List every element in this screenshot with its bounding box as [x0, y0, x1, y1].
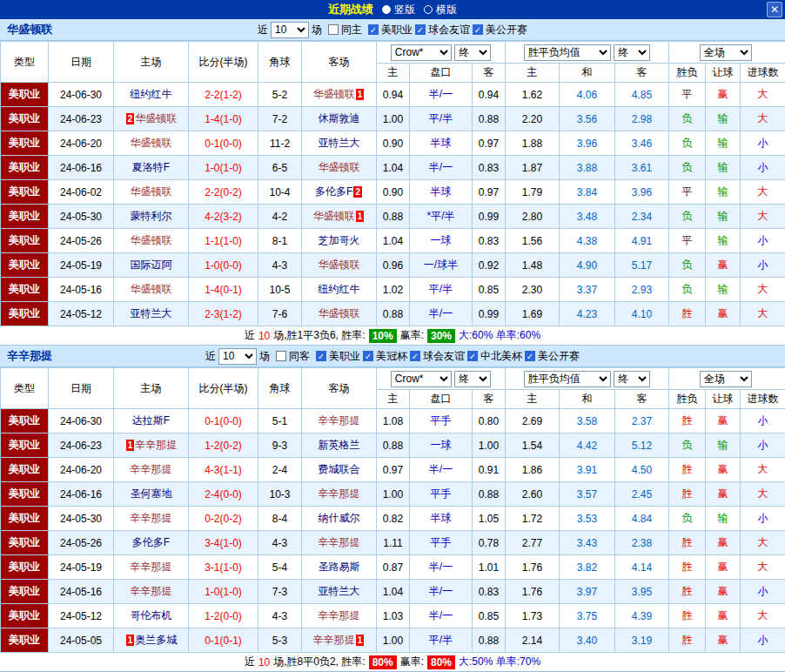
score-cell[interactable]: 0-1(0-0)	[189, 131, 258, 156]
team-name[interactable]: 华盛顿联	[319, 259, 360, 271]
same-side-checkbox[interactable]	[276, 351, 286, 361]
team-name[interactable]: 新英格兰	[319, 439, 360, 451]
bookmaker-select[interactable]: Crow*	[391, 44, 452, 61]
team-name[interactable]: 纽约红牛	[319, 283, 360, 295]
final-eu-odds-select[interactable]: 终	[614, 371, 650, 387]
team-name[interactable]: 辛辛那提	[131, 585, 172, 597]
eu-home-odds-cell: 1.76	[506, 580, 560, 604]
score-cell[interactable]: 0-1(0-1)	[189, 628, 258, 653]
league-checkbox[interactable]: ✓	[467, 351, 478, 361]
team-name[interactable]: 华盛顿联	[313, 210, 355, 222]
score-cell[interactable]: 1-0(1-0)	[189, 156, 258, 180]
team-name[interactable]: 辛辛那提	[319, 536, 360, 548]
section-team-name[interactable]: 辛辛那提	[7, 348, 52, 364]
team-name[interactable]: 辛辛那提	[319, 487, 360, 500]
team-name[interactable]: 纽约红牛	[131, 88, 172, 100]
team-name[interactable]: 华盛顿联	[313, 88, 355, 100]
team-name[interactable]: 国际迈阿	[131, 259, 172, 271]
section-footer: 近10场,胜1平3负6, 胜率:10%赢率:30%大:60% 单率:60%	[0, 326, 785, 346]
team-name[interactable]: 亚特兰大	[319, 137, 360, 149]
team-name[interactable]: 多伦多F	[315, 185, 352, 198]
team-name[interactable]: 华盛顿联	[131, 283, 172, 295]
team-name[interactable]: 华盛顿联	[131, 137, 172, 149]
date-cell: 24-06-30	[49, 409, 114, 433]
team-name[interactable]: 夏洛特F	[132, 161, 170, 173]
league-checkbox[interactable]: ✓	[316, 351, 326, 361]
match-count-select[interactable]: 10	[271, 22, 309, 38]
team-name[interactable]: 华盛顿联	[135, 112, 177, 124]
league-checkbox[interactable]: ✓	[368, 24, 379, 35]
asia-home-odds-cell: 0.90	[377, 131, 410, 156]
radio-vertical[interactable]: 竖版	[382, 3, 415, 17]
team-name[interactable]: 华盛顿联	[319, 161, 360, 173]
league-checkbox[interactable]: ✓	[363, 351, 373, 361]
score-cell[interactable]: 3-1(1-0)	[189, 555, 258, 580]
eu-draw-odds-cell: 3.57	[560, 482, 615, 507]
team-name[interactable]: 华盛顿联	[131, 185, 172, 198]
section-team-name[interactable]: 华盛顿联	[7, 22, 52, 37]
score-cell[interactable]: 2-2(1-2)	[189, 83, 258, 107]
same-side-checkbox[interactable]	[328, 24, 339, 35]
team-name[interactable]: 费城联合	[319, 463, 360, 475]
handicap-result-cell: 输	[706, 507, 741, 531]
team-name[interactable]: 多伦多F	[132, 536, 170, 548]
bookmaker-select[interactable]: Crow*	[391, 371, 452, 387]
team-name[interactable]: 亚特兰大	[131, 307, 172, 319]
avg-odds-select[interactable]: 胜平负均值	[524, 44, 611, 61]
asia-home-odds-cell: 1.02	[377, 278, 410, 302]
score-cell[interactable]: 0-2(0-2)	[189, 507, 258, 531]
score-cell[interactable]: 1-2(0-0)	[189, 604, 258, 628]
league-checkbox[interactable]: ✓	[415, 24, 426, 35]
league-checkbox[interactable]: ✓	[525, 351, 535, 361]
asia-away-odds-cell: 0.88	[473, 628, 506, 653]
score-cell[interactable]: 1-4(0-1)	[189, 278, 258, 302]
team-name[interactable]: 辛辛那提	[131, 512, 172, 524]
team-name[interactable]: 华盛顿联	[131, 234, 172, 246]
team-name[interactable]: 休斯敦迪	[319, 112, 360, 124]
team-name[interactable]: 辛辛那提	[319, 609, 360, 622]
match-count-select[interactable]: 10	[218, 348, 257, 365]
final-odds-select[interactable]: 终	[454, 371, 491, 387]
team-name[interactable]: 亚特兰大	[319, 585, 360, 597]
final-eu-odds-select[interactable]: 终	[614, 44, 650, 61]
team-name[interactable]: 辛辛那提	[313, 634, 355, 646]
score-cell[interactable]: 1-2(0-2)	[189, 433, 258, 458]
close-button[interactable]: ✕	[767, 2, 782, 17]
scope-select[interactable]: 全场	[700, 44, 752, 61]
team-name[interactable]: 纳什威尔	[319, 512, 360, 524]
team-name[interactable]: 辛辛那提	[131, 463, 172, 475]
team-name[interactable]: 辛辛那提	[131, 561, 172, 573]
score-cell[interactable]: 1-1(1-0)	[189, 229, 258, 253]
score-cell[interactable]: 2-3(1-2)	[189, 302, 258, 326]
team-name[interactable]: 哥伦布机	[131, 609, 172, 622]
score-cell[interactable]: 1-0(0-0)	[189, 253, 258, 278]
final-odds-select[interactable]: 终	[454, 44, 491, 61]
score-cell[interactable]: 1-0(1-0)	[189, 580, 258, 604]
score-cell[interactable]: 0-1(0-0)	[189, 409, 258, 433]
table-row: 美职业24-06-02华盛顿联2-2(0-2)10-4多伦多F20.90半球0.…	[1, 180, 785, 205]
league-checkbox[interactable]: ✓	[473, 24, 483, 35]
eu-away-odds-cell: 2.45	[615, 482, 669, 507]
team-name[interactable]: 辛辛那提	[135, 439, 177, 451]
team-name[interactable]: 圣路易斯	[319, 561, 360, 573]
column-header: 类型	[1, 368, 49, 409]
score-cell[interactable]: 3-4(1-0)	[189, 531, 258, 555]
team-name[interactable]: 辛辛那提	[319, 414, 360, 427]
team-name[interactable]: 达拉斯F	[132, 414, 170, 427]
league-checkbox[interactable]: ✓	[410, 351, 420, 361]
score-cell[interactable]: 2-4(0-0)	[189, 482, 258, 507]
eu-away-odds-cell: 3.96	[615, 180, 669, 205]
team-name[interactable]: 圣何塞地	[131, 487, 172, 500]
score-cell[interactable]: 4-3(1-1)	[189, 458, 258, 482]
radio-horizontal[interactable]: 横版	[424, 3, 457, 17]
score-cell[interactable]: 2-2(0-2)	[189, 180, 258, 205]
avg-odds-select[interactable]: 胜平负均值	[524, 371, 611, 387]
team-name[interactable]: 芝加哥火	[319, 234, 360, 246]
team-name[interactable]: 蒙特利尔	[131, 210, 172, 222]
team-name[interactable]: 华盛顿联	[319, 307, 360, 319]
score-cell[interactable]: 4-2(3-2)	[189, 205, 258, 229]
eu-draw-odds-cell: 4.42	[560, 433, 615, 458]
team-name[interactable]: 奥兰多城	[135, 634, 177, 646]
scope-select[interactable]: 全场	[700, 371, 752, 387]
score-cell[interactable]: 1-4(1-0)	[189, 107, 258, 131]
